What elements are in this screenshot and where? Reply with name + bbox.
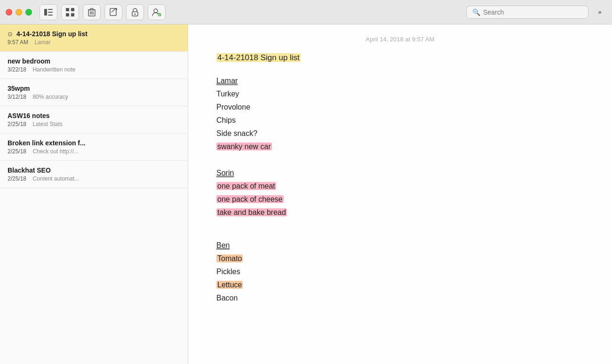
note-preview: Check out http://... — [32, 148, 78, 155]
item-turkey: Turkey — [216, 87, 584, 101]
item-tomato: Tomato — [216, 254, 243, 262]
svg-rect-7 — [71, 13, 74, 16]
note-list-item[interactable]: Blackhat SEO 2/25/18 Content automat... — [0, 161, 188, 188]
pin-icon: ⊙ — [8, 31, 13, 38]
lock-icon — [132, 8, 138, 16]
delete-button[interactable] — [83, 4, 101, 20]
search-input[interactable] — [483, 8, 582, 16]
item-cheese: one pack of cheese — [216, 195, 284, 203]
item-swanky-car: swanky new car — [216, 142, 272, 150]
note-meta: 3/12/18 80% accuracy — [8, 94, 180, 100]
traffic-lights — [6, 9, 32, 16]
main-content: ⊙ 4-14-21018 Sign up list 9:57 AM Lamar … — [0, 24, 612, 364]
svg-rect-0 — [44, 9, 47, 16]
lock-button[interactable] — [126, 4, 144, 20]
item-pickles: Pickles — [216, 265, 584, 278]
item-chips: Chips — [216, 114, 584, 127]
grid-view-button[interactable] — [61, 4, 79, 20]
note-meta: 2/25/18 Check out http://... — [8, 148, 180, 155]
note-section-lamar: Lamar Turkey Provolone Chips Side snack?… — [216, 74, 584, 153]
note-item-header: Broken link extension f... — [8, 139, 180, 147]
note-meta: 2/25/18 Latest Stats — [8, 121, 180, 127]
note-title: 35wpm — [8, 85, 30, 92]
note-section-sorin: Sorin one pack of meat one pack of chees… — [216, 166, 584, 219]
item-lettuce: Lettuce — [216, 281, 243, 289]
maximize-button[interactable] — [25, 9, 32, 16]
svg-rect-3 — [48, 15, 53, 16]
note-list-item[interactable]: Broken link extension f... 2/25/18 Check… — [0, 134, 188, 161]
trash-icon — [88, 8, 95, 16]
compose-button[interactable] — [104, 4, 122, 20]
svg-rect-5 — [71, 8, 74, 11]
search-icon: 🔍 — [472, 8, 480, 16]
note-preview: Lamar — [34, 39, 50, 46]
note-preview: 80% accuracy — [32, 94, 68, 100]
svg-rect-6 — [66, 13, 69, 16]
titlebar: 🔍 » — [0, 0, 612, 24]
person-name-lamar: Lamar — [216, 77, 238, 85]
note-preview: Latest Stats — [32, 121, 62, 127]
note-item-header: 35wpm — [8, 85, 180, 92]
item-side-snack: Side snack? — [216, 127, 584, 140]
note-date: 3/12/18 — [8, 94, 26, 100]
note-date: 3/22/18 — [8, 66, 26, 73]
note-title: Blackhat SEO — [8, 166, 51, 174]
search-bar[interactable]: 🔍 — [466, 6, 588, 19]
note-main-title: 4-14-21018 Sign up list — [216, 53, 301, 62]
note-list-item[interactable]: ⊙ 4-14-21018 Sign up list 9:57 AM Lamar — [0, 24, 188, 52]
note-list-item[interactable]: ASW16 notes 2/25/18 Latest Stats — [0, 106, 188, 134]
note-preview: Content automat... — [32, 175, 79, 182]
grid-icon — [66, 8, 74, 16]
person-name-sorin: Sorin — [216, 169, 234, 177]
item-bread: take and bake bread — [216, 208, 287, 216]
note-body: 4-14-21018 Sign up list Lamar Turkey Pro… — [188, 51, 612, 305]
note-content-area[interactable]: April 14, 2018 at 9:57 AM 4-14-21018 Sig… — [188, 24, 612, 364]
note-title: ASW16 notes — [8, 112, 49, 119]
note-title: 4-14-21018 Sign up list — [16, 30, 87, 38]
note-date: 9:57 AM — [8, 39, 28, 46]
note-title: new bedroom — [8, 57, 50, 65]
chevron-right-icon: » — [598, 8, 600, 16]
note-section-ben: Ben Tomato Pickles Lettuce Bacon — [216, 239, 584, 305]
note-preview: Handwritten note — [32, 66, 75, 73]
item-bacon: Bacon — [216, 292, 584, 305]
item-provolone: Provolone — [216, 101, 584, 114]
account-icon — [152, 8, 161, 16]
compose-icon — [110, 8, 118, 16]
svg-rect-1 — [48, 9, 53, 10]
svg-rect-4 — [66, 8, 69, 11]
svg-line-15 — [111, 8, 116, 12]
note-date-header: April 14, 2018 at 9:57 AM — [188, 24, 612, 51]
svg-point-18 — [154, 9, 158, 13]
svg-rect-2 — [48, 12, 53, 13]
account-button[interactable] — [148, 4, 166, 20]
note-meta: 9:57 AM Lamar — [8, 39, 180, 46]
item-meat: one pack of meat — [216, 182, 276, 190]
notes-sidebar: ⊙ 4-14-21018 Sign up list 9:57 AM Lamar … — [0, 24, 188, 364]
minimize-button[interactable] — [16, 9, 22, 16]
person-name-ben: Ben — [216, 241, 230, 250]
note-meta: 2/25/18 Content automat... — [8, 175, 180, 182]
close-button[interactable] — [6, 9, 12, 16]
sidebar-icon — [44, 9, 53, 16]
note-item-header: Blackhat SEO — [8, 166, 180, 174]
note-meta: 3/22/18 Handwritten note — [8, 66, 180, 73]
note-list-item[interactable]: new bedroom 3/22/18 Handwritten note — [0, 52, 188, 79]
svg-rect-14 — [110, 8, 116, 16]
note-date: 2/25/18 — [8, 121, 26, 127]
sidebar-toggle-button[interactable] — [40, 4, 57, 20]
chevron-right-button[interactable]: » — [592, 4, 606, 20]
note-date: 2/25/18 — [8, 175, 26, 182]
svg-point-17 — [135, 13, 136, 15]
note-list-item[interactable]: 35wpm 3/12/18 80% accuracy — [0, 79, 188, 106]
note-title: Broken link extension f... — [8, 139, 86, 147]
note-date: 2/25/18 — [8, 148, 26, 155]
note-item-header: new bedroom — [8, 57, 180, 65]
note-item-header: ASW16 notes — [8, 112, 180, 119]
note-item-header: ⊙ 4-14-21018 Sign up list — [8, 30, 180, 38]
